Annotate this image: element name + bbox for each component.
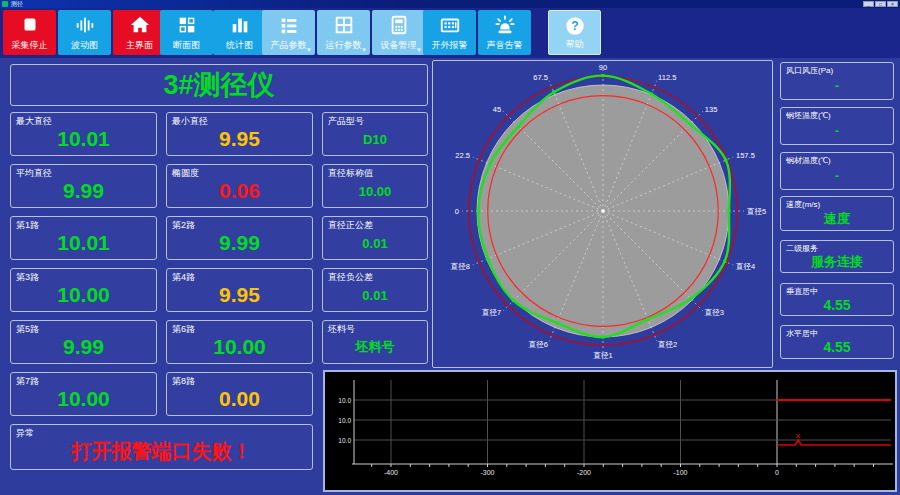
gauge-title-box: 3#测径仪 [10, 64, 428, 106]
chevron-down-icon: ▼ [361, 47, 367, 53]
measurement-box: 直径标称值10.00 [322, 164, 428, 208]
stop-icon [19, 14, 41, 36]
app-window: 测径 _ □ × 采集停止波动图主界面断面图统计图产品参数▼运行参数▼设备管理▼… [0, 0, 900, 495]
svg-text:-400: -400 [384, 469, 398, 476]
measurement-value: 10.00 [11, 383, 156, 415]
measurement-box: 产品型号D10 [322, 112, 428, 156]
toolbar-button-label: 统计图 [213, 39, 266, 52]
minimize-button[interactable]: _ [863, 1, 874, 7]
toolbar-button-run-params[interactable]: 运行参数▼ [317, 10, 370, 55]
toolbar-button-help[interactable]: ?帮助 [548, 10, 601, 55]
measurement-box: 直径正公差0.01 [322, 216, 428, 260]
status-value: 服务连接 [781, 251, 893, 272]
measurement-box: 平均直径9.99 [10, 164, 157, 208]
toolbar-button-main-screen[interactable]: 主界面 [113, 10, 166, 55]
toolbar-button-section-chart[interactable]: 断面图 [160, 10, 213, 55]
toolbar-button-sound-alarm[interactable]: 声音告警 [478, 10, 531, 55]
cross-section-chart-panel: 直径5157.5135112.59067.54522.50直径8直径7直径6直径… [432, 60, 773, 368]
measurement-box: 椭圆度0.06 [166, 164, 313, 208]
status-value: 速度 [781, 207, 893, 230]
svg-text:直径5: 直径5 [746, 207, 766, 216]
toolbar-button-device-mgmt[interactable]: 设备管理▼ [372, 10, 425, 55]
status-value: 4.55 [781, 294, 893, 315]
maximize-button[interactable]: □ [875, 1, 886, 7]
measurement-value: 10.00 [167, 331, 312, 363]
measurement-box: 第3路10.00 [10, 268, 157, 312]
measurement-value: 0.00 [167, 383, 312, 415]
svg-text:直径1: 直径1 [592, 351, 612, 360]
status-box: 二级服务服务连接 [780, 240, 894, 273]
home-icon [129, 14, 151, 36]
toolbar-button-label: 开外报警 [423, 39, 476, 52]
measurement-box: 最大直径10.01 [10, 112, 157, 156]
grid-icon [333, 14, 355, 36]
measurement-value: 0.01 [323, 227, 427, 259]
svg-text:直径4: 直径4 [735, 262, 755, 271]
svg-text:10.0: 10.0 [338, 397, 351, 404]
measurement-value: 10.00 [11, 279, 156, 311]
toolbar-button-label: 主界面 [113, 39, 166, 52]
measurement-box: 第5路9.99 [10, 320, 157, 364]
measurement-value: 9.95 [167, 279, 312, 311]
trend-chart-panel: 10.010.010.0-400-300-200-1000 [323, 370, 897, 492]
measurement-box: 第6路10.00 [166, 320, 313, 364]
status-value: 4.55 [781, 336, 893, 358]
toolbar: 采集停止波动图主界面断面图统计图产品参数▼运行参数▼设备管理▼开外报警声音告警?… [0, 8, 900, 58]
status-value: - [781, 73, 893, 99]
measurement-box: 第1路10.01 [10, 216, 157, 260]
device-icon [388, 14, 410, 36]
svg-text:10.0: 10.0 [338, 417, 351, 424]
toolbar-button-label: 断面图 [160, 39, 213, 52]
close-button[interactable]: × [887, 1, 898, 7]
status-box: 风口风压(Pa)- [780, 62, 894, 100]
cross-section-chart: 直径5157.5135112.59067.54522.50直径8直径7直径6直径… [433, 61, 772, 367]
measurement-value: D10 [323, 123, 427, 155]
alarm-message: 打开报警端口失败！ [11, 433, 312, 469]
status-value: - [781, 118, 893, 144]
measurement-box: 最小直径9.95 [166, 112, 313, 156]
toolbar-button-label: 帮助 [549, 38, 600, 51]
toolbar-button-stats-chart[interactable]: 统计图 [213, 10, 266, 55]
toolbar-button-external-alarm[interactable]: 开外报警 [423, 10, 476, 55]
window-title: 测径 [11, 0, 23, 8]
measurement-value: 9.95 [167, 123, 312, 155]
toolbar-button-product-params[interactable]: 产品参数▼ [262, 10, 315, 55]
measurement-value: 9.99 [167, 227, 312, 259]
panel-icon [439, 14, 461, 36]
toolbar-button-label: 采集停止 [3, 39, 56, 52]
waveform-icon [74, 14, 96, 36]
status-value: - [781, 163, 893, 189]
svg-text:0: 0 [455, 207, 459, 216]
measurement-box: 第7路10.00 [10, 372, 157, 416]
tiles-icon [176, 14, 198, 36]
chevron-down-icon: ▼ [416, 47, 422, 53]
status-box: 水平居中4.55 [780, 325, 894, 359]
svg-text:直径2: 直径2 [657, 340, 677, 349]
svg-text:67.5: 67.5 [533, 73, 548, 82]
svg-text:-100: -100 [673, 469, 687, 476]
measurement-value: 0.06 [167, 175, 312, 207]
svg-text:112.5: 112.5 [658, 73, 676, 82]
svg-text:10.0: 10.0 [338, 437, 351, 444]
svg-text:直径3: 直径3 [704, 308, 724, 317]
gauge-title: 3#测径仪 [11, 65, 427, 105]
toolbar-button-wave-chart[interactable]: 波动图 [58, 10, 111, 55]
svg-text:157.5: 157.5 [736, 151, 755, 160]
svg-text:135: 135 [705, 105, 718, 114]
toolbar-button-stop-collect[interactable]: 采集停止 [3, 10, 56, 55]
help-icon: ? [564, 15, 586, 37]
measurement-box: 第4路9.95 [166, 268, 313, 312]
list-icon [278, 14, 300, 36]
measurement-box: 坯料号坯料号 [322, 320, 428, 364]
measurement-value: 10.00 [323, 175, 427, 207]
svg-text:90: 90 [599, 63, 607, 72]
status-box: 钢材温度(℃)- [780, 152, 894, 190]
window-controls: _ □ × [863, 1, 898, 7]
measurement-value: 9.99 [11, 331, 156, 363]
measurement-value: 9.99 [11, 175, 156, 207]
svg-text:直径7: 直径7 [481, 308, 501, 317]
titlebar: 测径 _ □ × [0, 0, 900, 8]
svg-text:直径8: 直径8 [450, 262, 470, 271]
measurement-value: 10.01 [11, 123, 156, 155]
alarm-box: 异常 打开报警端口失败！ [10, 424, 313, 470]
